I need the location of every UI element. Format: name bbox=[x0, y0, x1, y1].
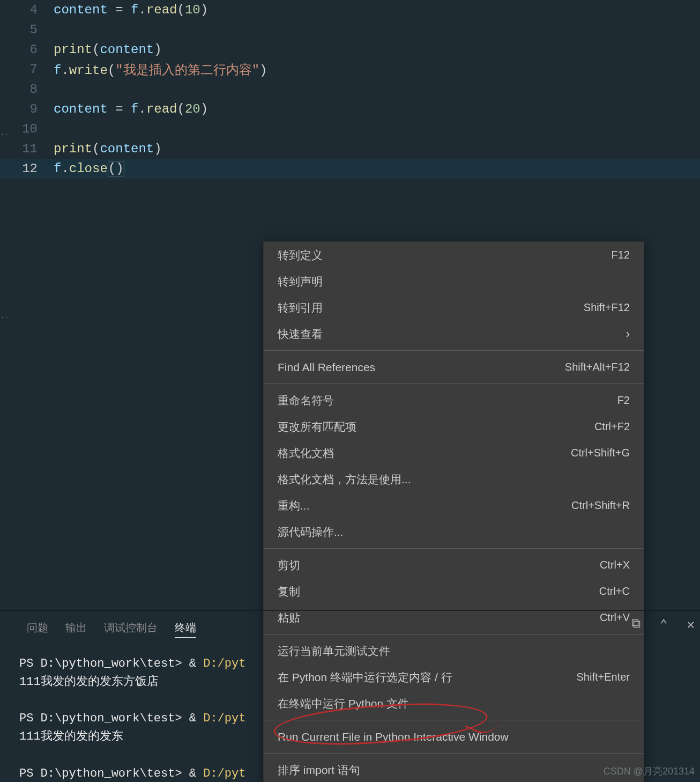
line-number: 4 bbox=[0, 3, 54, 17]
terminal-line: 111我发的发的发东方饭店 bbox=[19, 673, 681, 691]
menu-item-label: 剪切 bbox=[278, 558, 300, 573]
code-line[interactable]: 10 bbox=[0, 119, 700, 139]
code-content[interactable]: print(content) bbox=[54, 42, 162, 57]
code-line[interactable]: 8 bbox=[0, 79, 700, 99]
menu-item[interactable]: Find All ReferencesShift+Alt+F12 bbox=[264, 354, 644, 380]
menu-item-label: 格式化文档 bbox=[278, 446, 334, 461]
menu-item-shortcut: Shift+F12 bbox=[584, 301, 630, 314]
line-number: 5 bbox=[0, 23, 54, 37]
code-editor[interactable]: 4content = f.read(10)56print(content)7f.… bbox=[0, 0, 700, 179]
code-content[interactable]: content = f.read(10) bbox=[54, 3, 208, 17]
menu-item[interactable]: 格式化文档，方法是使用... bbox=[264, 466, 644, 492]
menu-item[interactable]: 更改所有匹配项Ctrl+F2 bbox=[264, 414, 644, 440]
menu-item-shortcut: Shift+Alt+F12 bbox=[565, 361, 630, 373]
close-icon[interactable]: ✕ bbox=[687, 617, 695, 632]
line-number: 10 bbox=[0, 122, 54, 136]
terminal-output[interactable]: PS D:\python_work\test> & D:/pyt111我发的发的… bbox=[0, 645, 700, 782]
line-number: 7 bbox=[0, 62, 54, 77]
terminal-line: PS D:\python_work\test> & D:/pyt bbox=[19, 765, 681, 782]
terminal-line bbox=[19, 691, 681, 710]
terminal-line: PS D:\python_work\test> & D:/pyt bbox=[19, 710, 681, 728]
panel-toolbar: ⧉ ⌃ ✕ bbox=[631, 617, 695, 632]
line-number: 9 bbox=[0, 102, 54, 116]
code-line[interactable]: 7f.write("我是插入的第二行内容") bbox=[0, 60, 700, 79]
code-content[interactable]: print(content) bbox=[54, 142, 162, 156]
menu-item[interactable]: 转到引用Shift+F12 bbox=[264, 294, 644, 321]
menu-item[interactable]: 源代码操作... bbox=[264, 519, 644, 545]
menu-item-label: 重构... bbox=[278, 498, 310, 513]
menu-item[interactable]: 重命名符号F2 bbox=[264, 387, 644, 414]
chevron-right-icon: › bbox=[626, 327, 630, 341]
menu-item-label: 源代码操作... bbox=[278, 525, 344, 540]
menu-item-shortcut: Ctrl+C bbox=[599, 585, 630, 597]
menu-item[interactable]: 重构...Ctrl+Shift+R bbox=[264, 492, 644, 519]
line-number: 6 bbox=[0, 42, 54, 57]
panel-tab[interactable]: 问题 bbox=[27, 621, 48, 638]
terminal-line: PS D:\python_work\test> & D:/pyt bbox=[19, 655, 681, 673]
code-line[interactable]: 5 bbox=[0, 20, 700, 40]
panel-tab[interactable]: 输出 bbox=[65, 621, 87, 638]
menu-item-shortcut: Ctrl+X bbox=[600, 559, 630, 571]
panel-tab[interactable]: 终端 bbox=[175, 621, 196, 638]
menu-item[interactable]: 剪切Ctrl+X bbox=[264, 552, 644, 578]
folding-indicator: ·· bbox=[0, 313, 9, 322]
menu-separator bbox=[264, 350, 644, 351]
menu-separator bbox=[264, 383, 644, 384]
line-number: 11 bbox=[0, 142, 54, 156]
menu-item[interactable]: 复制Ctrl+C bbox=[264, 578, 644, 604]
code-line[interactable]: 11print(content) bbox=[0, 139, 700, 159]
chevron-up-icon[interactable]: ⌃ bbox=[660, 617, 667, 632]
terminal-line bbox=[19, 746, 681, 764]
menu-item-label: 转到定义 bbox=[278, 248, 323, 263]
line-number: 12 bbox=[0, 161, 54, 176]
code-content[interactable]: f.close() bbox=[54, 161, 124, 176]
split-icon[interactable]: ⧉ bbox=[631, 617, 641, 632]
code-content[interactable]: content = f.read(20) bbox=[54, 102, 208, 116]
watermark: CSDN @月亮201314 bbox=[604, 765, 695, 778]
code-line[interactable]: 6print(content) bbox=[0, 40, 700, 60]
line-number: 8 bbox=[0, 82, 54, 97]
menu-item-shortcut: Ctrl+F2 bbox=[594, 420, 630, 433]
menu-item[interactable]: 快速查看› bbox=[264, 321, 644, 347]
code-line[interactable]: 9content = f.read(20) bbox=[0, 99, 700, 119]
terminal-line: 111我发的发的发东 bbox=[19, 728, 681, 746]
code-line[interactable]: 12f.close() bbox=[0, 159, 700, 179]
menu-item-shortcut: F2 bbox=[617, 394, 630, 407]
menu-item-label: 转到引用 bbox=[278, 300, 323, 315]
menu-separator bbox=[264, 548, 644, 549]
bottom-panel: 问题输出调试控制台终端 PS D:\python_work\test> & D:… bbox=[0, 610, 700, 782]
menu-item-label: 快速查看 bbox=[278, 327, 323, 342]
menu-item[interactable]: 格式化文档Ctrl+Shift+G bbox=[264, 440, 644, 466]
menu-item-label: 格式化文档，方法是使用... bbox=[278, 472, 411, 487]
menu-item-shortcut: Ctrl+Shift+R bbox=[571, 499, 630, 512]
menu-item-label: 复制 bbox=[278, 584, 300, 599]
menu-item-label: 转到声明 bbox=[278, 274, 323, 289]
menu-item[interactable]: 转到声明 bbox=[264, 268, 644, 294]
menu-item-shortcut: F12 bbox=[612, 249, 630, 261]
menu-item-label: 重命名符号 bbox=[278, 393, 334, 408]
code-content[interactable]: f.write("我是插入的第二行内容") bbox=[54, 61, 267, 78]
panel-tabs: 问题输出调试控制台终端 bbox=[0, 611, 700, 645]
menu-item[interactable]: 转到定义F12 bbox=[264, 242, 644, 268]
menu-item-label: Find All References bbox=[278, 361, 375, 374]
menu-item-label: 更改所有匹配项 bbox=[278, 419, 356, 434]
panel-tab[interactable]: 调试控制台 bbox=[104, 621, 158, 638]
code-line[interactable]: 4content = f.read(10) bbox=[0, 0, 700, 20]
menu-item-shortcut: Ctrl+Shift+G bbox=[571, 447, 630, 459]
